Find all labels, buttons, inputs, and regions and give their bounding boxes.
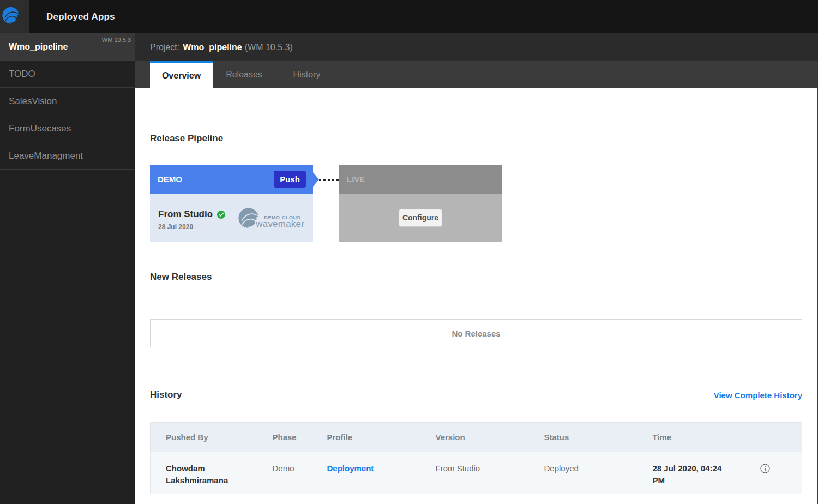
- cell-profile-link[interactable]: Deployment: [312, 452, 420, 494]
- dashed-line: [319, 179, 339, 181]
- project-label: Project:: [150, 43, 179, 52]
- release-pipeline: DEMO Push From Studio: [150, 165, 802, 242]
- sidebar-item-label: LeaveManagment: [9, 151, 83, 161]
- brand-wavemaker: wavemaker: [256, 220, 304, 228]
- release-date: 28 Jul 2020: [158, 223, 225, 231]
- no-releases-box: No Releases: [150, 319, 802, 347]
- demo-phase-header: DEMO Push: [150, 165, 313, 194]
- cell-version: From Studio: [420, 452, 529, 494]
- cell-time: 28 Jul 2020, 04:24 PM: [637, 452, 738, 494]
- col-version: Version: [420, 423, 529, 452]
- col-phase: Phase: [257, 423, 312, 452]
- success-check-icon: [217, 211, 225, 219]
- release-name-text: From Studio: [158, 209, 213, 220]
- release-info: From Studio 28 Jul 2020: [158, 209, 225, 231]
- sidebar-item-todo[interactable]: TODO: [0, 61, 135, 88]
- info-icon[interactable]: [760, 464, 770, 473]
- pipeline-arrow: [313, 172, 319, 187]
- history-title: History: [150, 389, 182, 400]
- demo-cloud-brand: DEMO CLOUD wavemaker: [238, 207, 304, 228]
- live-phase-header: LIVE: [339, 165, 502, 194]
- history-header: History View Complete History: [150, 389, 802, 400]
- history-table-header-row: Pushed By Phase Profile Version Status T…: [151, 423, 802, 452]
- release-name: From Studio: [158, 209, 225, 220]
- tab-history[interactable]: History: [275, 61, 338, 88]
- sidebar-item-label: SalesVision: [9, 96, 57, 107]
- cell-status: Deployed: [529, 452, 637, 494]
- cell-pushed-by: Chowdam Lakshmiramana: [151, 452, 257, 494]
- col-status: Status: [529, 423, 637, 452]
- main-panel: Project: Wmo_pipeline (WM 10.5.3) Overvi…: [135, 33, 818, 504]
- live-phase-name: LIVE: [347, 175, 365, 184]
- sidebar-item-salesvision[interactable]: SalesVision: [0, 88, 135, 115]
- wavemaker-logo[interactable]: [0, 0, 29, 33]
- history-table: Pushed By Phase Profile Version Status T…: [150, 422, 802, 494]
- demo-phase-name: DEMO: [158, 175, 182, 184]
- project-version: (WM 10.5.3): [245, 43, 293, 52]
- sidebar-item-wmo-pipeline[interactable]: WM 10.5.3 Wmo_pipeline: [0, 33, 135, 61]
- sidebar-item-label: Wmo_pipeline: [9, 42, 68, 52]
- sidebar-item-label: FormUsecases: [9, 123, 71, 134]
- history-row: Chowdam Lakshmiramana Demo Deployment Fr…: [151, 452, 802, 494]
- content: Release Pipeline DEMO Push From Studio: [135, 88, 818, 504]
- push-button[interactable]: Push: [274, 171, 306, 188]
- brand-text: DEMO CLOUD wavemaker: [256, 215, 304, 228]
- new-releases-title: New Releases: [150, 272, 802, 283]
- sidebar: WM 10.5.3 Wmo_pipeline TODO SalesVision …: [0, 33, 135, 504]
- tab-overview[interactable]: Overview: [150, 61, 213, 88]
- project-header: Project: Wmo_pipeline (WM 10.5.3): [135, 33, 818, 61]
- col-pushed-by: Pushed By: [151, 423, 257, 452]
- demo-phase-card: DEMO Push From Studio: [150, 165, 313, 242]
- sidebar-item-label: TODO: [9, 69, 35, 80]
- col-info: [738, 423, 802, 452]
- wave-icon: [2, 7, 21, 25]
- tab-releases[interactable]: Releases: [213, 61, 275, 88]
- release-pipeline-title: Release Pipeline: [150, 133, 802, 144]
- configure-button[interactable]: Configure: [399, 209, 442, 227]
- view-complete-history-link[interactable]: View Complete History: [714, 391, 802, 400]
- project-name: Wmo_pipeline: [183, 43, 242, 52]
- col-profile: Profile: [312, 423, 420, 452]
- tabbar: Overview Releases History: [135, 61, 818, 88]
- no-releases-text: No Releases: [452, 329, 500, 338]
- live-phase-body: Configure: [339, 194, 502, 242]
- col-time: Time: [637, 423, 738, 452]
- cell-info: [738, 452, 802, 494]
- demo-phase-body: From Studio 28 Jul 2020 DEM: [150, 194, 313, 242]
- live-phase-card: LIVE Configure: [339, 165, 502, 242]
- cell-phase: Demo: [257, 452, 312, 494]
- sidebar-item-leavemanagment[interactable]: LeaveManagment: [0, 142, 135, 170]
- app-title: Deployed Apps: [46, 0, 115, 33]
- sidebar-item-formusecases[interactable]: FormUsecases: [0, 115, 135, 142]
- topbar: Deployed Apps: [0, 0, 818, 33]
- sidebar-item-version: WM 10.5.3: [102, 37, 131, 43]
